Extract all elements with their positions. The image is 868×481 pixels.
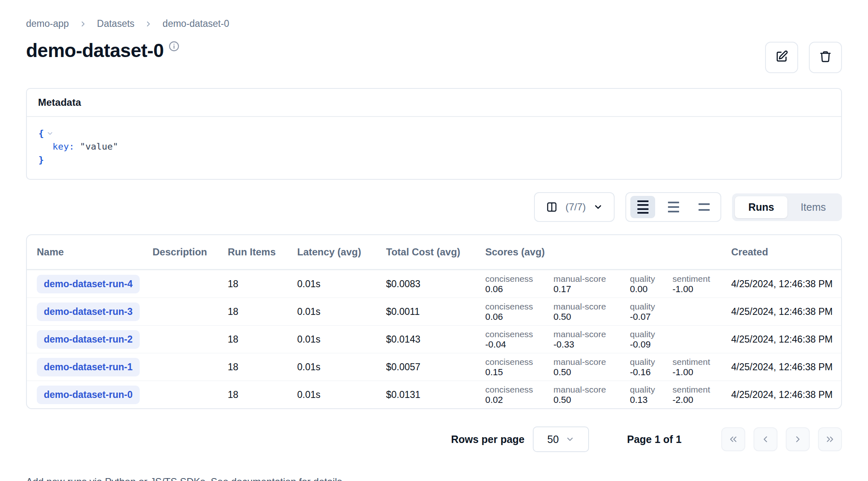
total-cost-cell: $0.0011	[386, 306, 485, 317]
chevron-down-icon	[565, 435, 575, 444]
latency-cell: 0.01s	[297, 362, 386, 373]
score-conciseness: conciseness0.06	[485, 301, 553, 322]
pagination-bar: Rows per page 50 Page 1 of 1	[26, 426, 842, 452]
total-cost-cell: $0.0083	[386, 279, 485, 290]
table-row: demo-dataset-run-4 18 0.01s $0.0083 conc…	[27, 270, 841, 298]
score-sentiment: sentiment-1.00	[672, 357, 731, 378]
score-manual-score: manual-score0.50	[553, 384, 630, 405]
last-page-button[interactable]	[818, 427, 842, 451]
scores-cell: conciseness0.15 manual-score0.50 quality…	[485, 357, 731, 378]
score-conciseness: conciseness0.02	[485, 384, 553, 405]
sdk-hint-after: for details.	[296, 476, 345, 481]
column-header-description: Description	[153, 246, 228, 258]
table-row: demo-dataset-run-1 18 0.01s $0.0057 conc…	[27, 353, 841, 381]
column-header-total-cost: Total Cost (avg)	[386, 246, 485, 258]
table-toolbar: (7/7) Runs Items	[26, 192, 842, 222]
scores-cell: conciseness-0.04 manual-score-0.33 quali…	[485, 329, 731, 350]
column-header-run-items: Run Items	[228, 246, 297, 258]
row-height-large-button[interactable]	[692, 196, 716, 218]
total-cost-cell: $0.0143	[386, 334, 485, 345]
rows-per-page-value: 50	[547, 433, 559, 445]
latency-cell: 0.01s	[297, 279, 386, 290]
chevron-left-icon	[760, 434, 771, 445]
column-header-latency: Latency (avg)	[297, 246, 386, 258]
title-row: demo-dataset-0	[26, 40, 842, 73]
columns-count-label: (7/7)	[565, 201, 586, 213]
row-height-large-icon	[699, 201, 710, 213]
collapse-chevron-icon[interactable]	[46, 130, 54, 137]
edit-icon	[775, 50, 788, 65]
breadcrumb-project[interactable]: demo-app	[26, 18, 69, 29]
run-link[interactable]: demo-dataset-run-2	[37, 330, 140, 349]
documentation-link[interactable]: documentation	[231, 476, 296, 481]
score-conciseness: conciseness0.06	[485, 274, 553, 295]
breadcrumb: demo-app Datasets demo-dataset-0	[26, 18, 842, 29]
rows-per-page-select[interactable]: 50	[533, 426, 589, 452]
total-cost-cell: $0.0131	[386, 389, 485, 400]
info-icon[interactable]	[169, 41, 179, 53]
runs-table: Name Description Run Items Latency (avg)…	[26, 234, 842, 409]
columns-icon	[546, 201, 558, 213]
score-sentiment: sentiment-2.00	[672, 384, 731, 405]
scores-cell: conciseness0.02 manual-score0.50 quality…	[485, 384, 731, 405]
row-height-medium-button[interactable]	[661, 196, 686, 218]
latency-cell: 0.01s	[297, 334, 386, 345]
row-height-small-button[interactable]	[630, 196, 655, 218]
column-header-created: Created	[731, 246, 841, 258]
tab-runs[interactable]: Runs	[735, 196, 787, 218]
json-open-brace: {	[38, 127, 44, 140]
created-cell: 4/25/2024, 12:46:38 PM	[731, 334, 833, 345]
metadata-card: Metadata { key: "value" }	[26, 88, 842, 180]
scores-cell: conciseness0.06 manual-score0.50 quality…	[485, 301, 731, 322]
rows-per-page-label: Rows per page	[451, 433, 525, 445]
latency-cell: 0.01s	[297, 306, 386, 317]
run-link[interactable]: demo-dataset-run-0	[37, 386, 140, 404]
created-cell: 4/25/2024, 12:46:38 PM	[731, 279, 833, 289]
scores-cell: conciseness0.06 manual-score0.17 quality…	[485, 274, 731, 295]
column-header-name: Name	[27, 246, 153, 258]
created-cell: 4/25/2024, 12:46:38 PM	[731, 389, 833, 400]
metadata-card-title: Metadata	[27, 89, 841, 117]
chevron-down-icon	[593, 202, 603, 212]
edit-dataset-button[interactable]	[765, 42, 798, 73]
delete-dataset-button[interactable]	[809, 42, 842, 73]
breadcrumb-datasets[interactable]: Datasets	[97, 18, 135, 29]
run-link[interactable]: demo-dataset-run-4	[37, 275, 140, 293]
run-link[interactable]: demo-dataset-run-3	[37, 302, 140, 321]
table-header-row: Name Description Run Items Latency (avg)…	[27, 235, 841, 270]
sdk-hint-text: Add new runs via Python or JS/TS SDKs. S…	[26, 476, 842, 481]
created-cell: 4/25/2024, 12:46:38 PM	[731, 362, 833, 372]
json-close-brace: }	[38, 153, 44, 167]
score-sentiment: sentiment-1.00	[672, 274, 731, 295]
score-quality: quality-0.16	[630, 357, 672, 378]
previous-page-button[interactable]	[754, 427, 777, 451]
row-height-toggle-group	[625, 192, 721, 222]
run-link[interactable]: demo-dataset-run-1	[37, 358, 140, 376]
chevrons-right-icon	[825, 434, 835, 445]
breadcrumb-current[interactable]: demo-dataset-0	[162, 18, 229, 29]
column-visibility-button[interactable]: (7/7)	[534, 192, 615, 222]
score-quality: quality0.00	[630, 274, 672, 295]
row-height-medium-icon	[668, 200, 679, 214]
latency-cell: 0.01s	[297, 389, 386, 400]
metadata-json-viewer: { key: "value" }	[27, 117, 841, 179]
score-quality: quality-0.09	[630, 329, 672, 350]
row-height-small-icon	[637, 200, 649, 215]
first-page-button[interactable]	[721, 427, 745, 451]
chevron-right-icon	[144, 20, 153, 28]
score-manual-score: manual-score-0.33	[553, 329, 630, 350]
run-items-cell: 18	[228, 362, 297, 373]
score-quality: quality-0.07	[630, 301, 672, 322]
score-manual-score: manual-score0.17	[553, 274, 630, 295]
json-value: "value"	[80, 140, 118, 153]
dataset-detail-page: demo-app Datasets demo-dataset-0 demo-da…	[0, 0, 868, 481]
trash-icon	[819, 50, 832, 65]
score-manual-score: manual-score0.50	[553, 357, 630, 378]
run-items-cell: 18	[228, 279, 297, 290]
score-manual-score: manual-score0.50	[553, 301, 630, 322]
tab-items[interactable]: Items	[787, 196, 839, 218]
table-row: demo-dataset-run-2 18 0.01s $0.0143 conc…	[27, 325, 841, 353]
chevrons-left-icon	[728, 434, 739, 445]
page-title: demo-dataset-0	[26, 40, 164, 61]
next-page-button[interactable]	[786, 427, 810, 451]
